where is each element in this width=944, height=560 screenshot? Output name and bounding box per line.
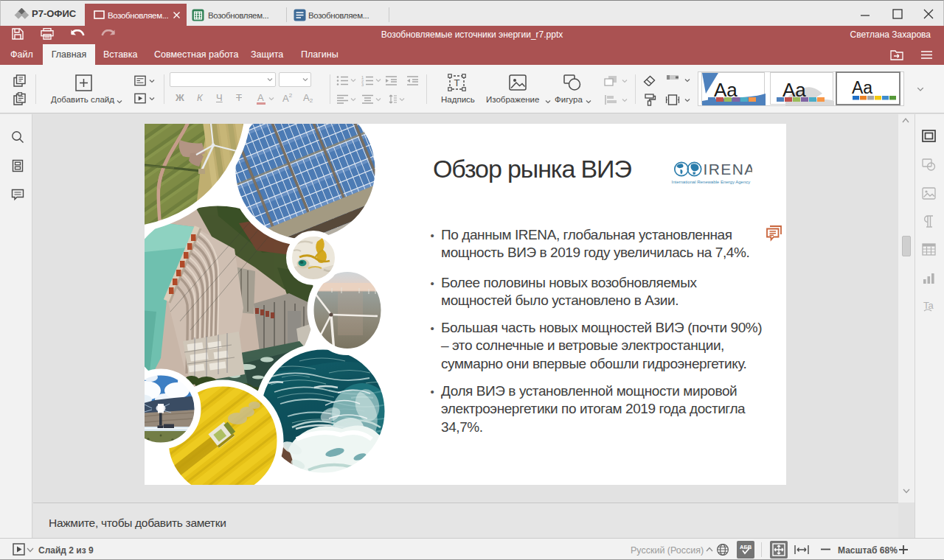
svg-text:Aa: Aa (852, 78, 872, 97)
svg-text:АБВ: АБВ (740, 544, 752, 550)
svg-text:T: T (454, 77, 460, 88)
svg-text:IRENA: IRENA (704, 161, 753, 178)
svg-text:International Renewable Energy: International Renewable Energy Agency (672, 180, 751, 184)
svg-text:3: 3 (361, 83, 364, 86)
